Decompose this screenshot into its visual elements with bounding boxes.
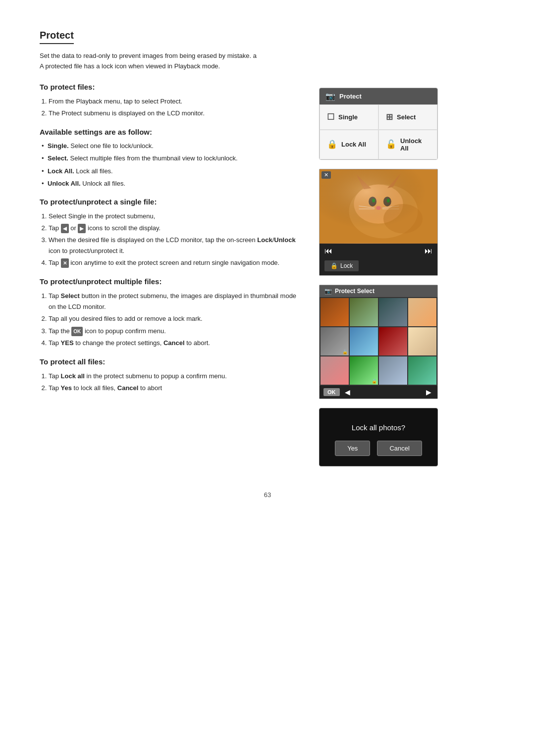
photo-lock-bar: 🔒 Lock [320,258,437,275]
list-item: Tap all you desired files to add or remo… [49,313,304,324]
camera-icon-2: 📷 [324,288,332,295]
list-item: From the Playback menu, tap to select Pr… [49,96,304,107]
list-item: Tap YES to change the protect settings, … [49,338,304,349]
next-icon: ▶ [78,224,86,233]
single-file-steps: Select Single in the protect submenu, Ta… [49,211,304,268]
protect-files-heading: To protect files: [40,83,304,91]
single-photo-view: ✕ ⏮ ⏭ 🔒 Lock [319,169,438,276]
lock-all-icon: 🔒 [327,139,337,150]
multiple-files-steps: Tap Select button in the protect submenu… [49,291,304,348]
cancel-button[interactable]: Cancel [377,441,422,456]
camera-icon: 📷 [325,92,335,101]
thumbnail-12[interactable] [408,356,436,385]
lock-icon: 🔒 [330,262,338,269]
thumbnail-2[interactable] [350,298,378,326]
list-item: Tap Lock all in the protect submenu to p… [49,371,304,382]
protect-menu-grid: ☐ Single ⊞ Select 🔒 Lock All 🔓 Unlock Al… [320,104,437,159]
lock-button-label: Lock [340,262,353,269]
protect-files-steps: From the Playback menu, tap to select Pr… [49,96,304,119]
available-settings-list: Single. Select one file to lock/unlock. … [42,141,304,189]
right-column: 📷 Protect ☐ Single ⊞ Select 🔒 Lock All 🔓 [319,83,495,466]
left-column: To protect files: From the Playback menu… [40,83,304,466]
yes-button[interactable]: Yes [335,441,370,456]
thumbnail-11[interactable] [379,356,407,385]
prev-photo-button[interactable]: ⏮ [324,247,332,255]
list-item: Select Single in the protect submenu, [49,211,304,222]
menu-item-single[interactable]: ☐ Single [320,104,378,130]
ok-inline-icon: OK [71,327,83,336]
protect-select-header: 📷 Protect Select [320,285,437,297]
photo-display: ✕ [320,169,437,244]
lock-button[interactable]: 🔒 Lock [324,260,359,271]
next-photo-button[interactable]: ⏭ [425,247,432,255]
thumbnail-8[interactable] [408,327,436,355]
list-item: Tap the OK icon to popup confirm menu. [49,326,304,337]
thumb-lock-icon-5: 🔒 [342,350,348,354]
list-item: Tap ✕ icon anytime to exit the protect s… [49,257,304,268]
ok-button[interactable]: OK [323,388,340,396]
menu-item-single-label: Single [338,113,358,121]
protect-select-title: Protect Select [335,288,374,295]
all-files-steps: Tap Lock all in the protect submenu to p… [49,371,304,394]
list-item: Tap Select button in the protect submenu… [49,291,304,312]
page-number: 63 [40,491,495,499]
list-item: Lock All. Lock all files. [42,166,304,176]
menu-item-select-label: Select [397,113,416,121]
protect-select-view: 📷 Protect Select 🔒 🔒 [319,285,438,399]
next-nav-arrow[interactable]: ▶ [426,388,431,396]
thumbnail-6[interactable] [350,327,378,355]
menu-item-lock-all-label: Lock All [341,141,366,148]
single-icon: ☐ [327,112,334,122]
unlock-all-icon: 🔓 [386,139,396,150]
list-item: Select. Select multiple files from the t… [42,153,304,163]
list-item: When the desired file is displayed on th… [49,235,304,256]
menu-item-lock-all[interactable]: 🔒 Lock All [320,130,378,159]
photo-navigation: ⏮ ⏭ [320,244,437,258]
intro-paragraph: Set the data to read-only to prevent ima… [40,51,495,72]
all-files-heading: To protect all files: [40,357,304,366]
select-icon: ⊞ [386,112,393,122]
cat-image [320,169,437,244]
single-file-heading: To protect/unprotect a single file: [40,198,304,206]
thumbnail-3[interactable] [379,298,407,326]
protect-select-navigation: OK ◀ ▶ [320,386,437,399]
protect-menu-header: 📷 Protect [320,88,437,104]
lock-dialog-buttons: Yes Cancel [335,441,422,456]
menu-item-unlock-all[interactable]: 🔓 Unlock All [378,130,437,159]
thumbnail-grid: 🔒 🔒 [320,297,437,386]
thumbnail-9[interactable] [321,356,349,385]
protect-menu-widget: 📷 Protect ☐ Single ⊞ Select 🔒 Lock All 🔓 [319,88,438,160]
prev-nav-arrow[interactable]: ◀ [345,388,350,396]
list-item: Single. Select one file to lock/unlock. [42,141,304,151]
page-title: Protect [40,30,74,44]
thumbnail-1[interactable] [321,298,349,326]
available-settings-heading: Available settings are as follow: [40,128,304,136]
thumbnail-10[interactable]: 🔒 [350,356,378,385]
menu-item-select[interactable]: ⊞ Select [378,104,437,130]
thumbnail-5[interactable]: 🔒 [321,327,349,355]
multiple-files-heading: To protect/unprotect multiple files: [40,277,304,286]
lock-dialog-message: Lock all photos? [352,423,405,432]
thumbnail-7[interactable] [379,327,407,355]
list-item: Tap ◀ or ▶ icons to scroll the display. [49,223,304,234]
list-item: Unlock All. Unlock all files. [42,179,304,189]
list-item: The Protect submenu is displayed on the … [49,108,304,119]
menu-item-unlock-all-label: Unlock All [400,137,430,152]
lock-all-dialog: Lock all photos? Yes Cancel [319,408,438,466]
prev-icon: ◀ [61,224,69,233]
thumbnail-4[interactable] [408,298,436,326]
list-item: Tap Yes to lock all files, Cancel to abo… [49,383,304,394]
close-button[interactable]: ✕ [321,171,331,179]
protect-menu-title: Protect [339,93,362,100]
thumb-lock-icon-10: 🔒 [372,379,377,384]
svg-rect-15 [320,169,437,243]
exit-icon: ✕ [61,258,69,268]
